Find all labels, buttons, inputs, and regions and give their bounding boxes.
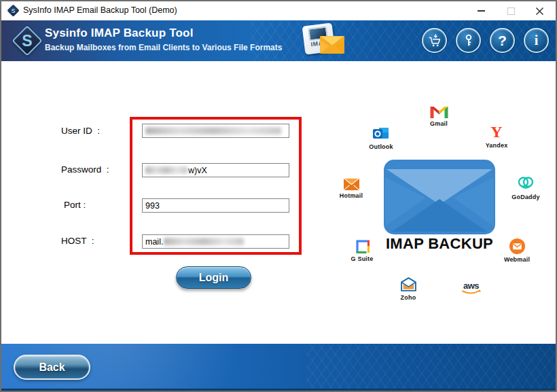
minimize-button[interactable] <box>467 1 495 20</box>
close-button[interactable] <box>526 1 553 20</box>
login-button[interactable]: Login <box>176 266 251 289</box>
redacted-host-suffix <box>164 238 244 245</box>
close-icon <box>535 7 544 16</box>
provider-outlook: Outlook <box>361 126 401 150</box>
envelope-icon <box>320 36 344 54</box>
app-logo-icon: S <box>7 4 19 16</box>
maximize-button[interactable] <box>497 1 524 20</box>
provider-aws: aws <box>451 280 492 296</box>
minimize-icon <box>478 10 485 12</box>
port-label: Port : <box>64 200 86 210</box>
provider-yandex: Y Yandex <box>476 124 517 149</box>
provider-gmail: Gmail <box>418 105 459 127</box>
provider-hotmail: Hotmail <box>331 178 372 199</box>
password-input[interactable]: w)vX <box>142 163 289 177</box>
aws-icon: aws <box>461 280 482 296</box>
buy-button[interactable] <box>422 28 447 53</box>
footer-pattern <box>306 344 556 392</box>
footer-baseline <box>1 389 556 392</box>
user-id-label: User ID : <box>61 126 100 136</box>
imap-backup-envelope-graphic <box>384 160 495 234</box>
sysinfo-logo-icon: S <box>12 25 42 56</box>
redacted-password-prefix <box>145 166 187 174</box>
key-icon <box>461 33 476 48</box>
svg-text:aws: aws <box>463 281 479 291</box>
cart-download-icon <box>427 33 442 48</box>
redacted-user-id <box>145 127 281 135</box>
hotmail-icon <box>344 178 359 190</box>
about-button[interactable]: i <box>524 28 549 53</box>
yandex-icon: Y <box>490 124 502 140</box>
password-visible-text: w)vX <box>188 166 207 175</box>
provider-godaddy: GoDaddy <box>505 175 546 200</box>
webmail-icon <box>509 238 525 254</box>
help-button[interactable]: ? <box>490 28 515 53</box>
activate-button[interactable] <box>456 28 481 53</box>
back-button[interactable]: Back <box>14 355 90 380</box>
footer-bar: Back <box>1 344 556 392</box>
host-label: HOST : <box>61 236 94 246</box>
window-title: SysInfo IMAP Email Backup Tool (Demo) <box>23 5 177 15</box>
outlook-icon <box>373 126 389 141</box>
port-value: 993 <box>145 201 160 211</box>
info-icon: i <box>535 33 539 48</box>
host-input[interactable]: mail. <box>142 234 289 249</box>
question-icon: ? <box>498 33 507 49</box>
header-banner: S Sysinfo IMAP Backup Tool Backup Mailbo… <box>1 20 556 61</box>
app-window: S SysInfo IMAP Email Backup Tool (Demo) … <box>0 0 557 392</box>
gmail-icon <box>430 105 448 118</box>
host-visible-text: mail. <box>145 237 163 247</box>
imap-backup-caption: IMAP BACKUP <box>372 235 507 253</box>
title-bar: S SysInfo IMAP Email Backup Tool (Demo) <box>1 1 556 20</box>
gsuite-icon <box>355 239 370 253</box>
password-label: Password : <box>61 164 109 175</box>
app-subtitle: Backup Mailboxes from Email Clients to V… <box>45 43 282 52</box>
zoho-mail-icon <box>400 277 417 292</box>
maximize-icon <box>507 7 515 15</box>
user-id-input[interactable] <box>142 124 289 138</box>
app-title: Sysinfo IMAP Backup Tool <box>45 26 194 40</box>
main-content: User ID : Password : Port : HOST : w)vX … <box>1 61 556 344</box>
provider-zoho: Zoho <box>388 277 429 301</box>
port-input[interactable]: 993 <box>142 198 289 213</box>
godaddy-icon <box>517 175 535 192</box>
